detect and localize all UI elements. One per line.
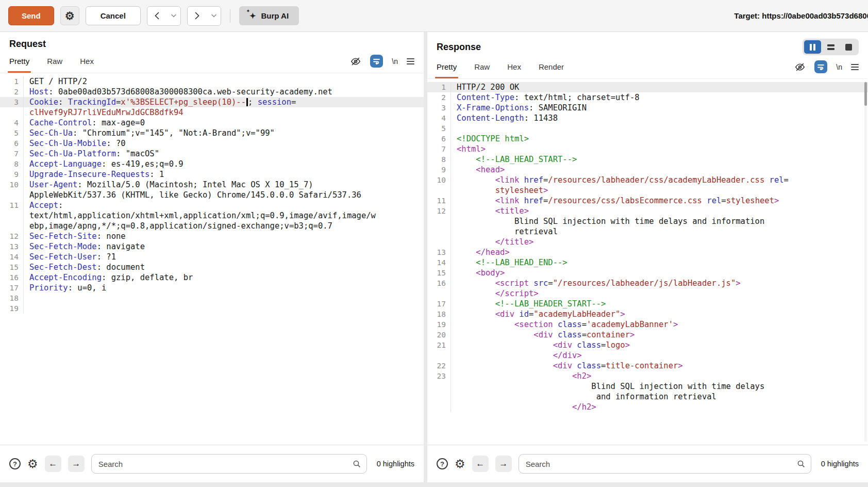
code-line[interactable]: 9 <head> bbox=[427, 165, 868, 175]
next-match-button[interactable]: → bbox=[495, 456, 512, 472]
editor-menu-button[interactable] bbox=[851, 64, 859, 70]
code-line[interactable]: 5 bbox=[427, 123, 868, 134]
code-line[interactable]: 6<!DOCTYPE html> bbox=[427, 134, 868, 144]
pane-splitter[interactable] bbox=[424, 32, 427, 482]
code-line[interactable]: 1GET / HTTP/2 bbox=[0, 76, 424, 87]
code-line[interactable]: 22 <div class=title-container> bbox=[427, 361, 868, 371]
code-line[interactable]: 7<html> bbox=[427, 144, 868, 154]
code-line[interactable]: </script> bbox=[427, 288, 868, 299]
code-line[interactable]: 16 <script src="/resources/labheader/js/… bbox=[427, 278, 868, 288]
code-line[interactable]: 19 bbox=[0, 303, 424, 314]
code-line[interactable]: 14Sec-Fetch-User: ?1 bbox=[0, 252, 424, 262]
code-line[interactable]: Blind SQL injection with time delays bbox=[427, 381, 868, 392]
newline-toggle[interactable]: \n bbox=[392, 57, 398, 66]
code-line[interactable]: 11Accept: bbox=[0, 200, 424, 210]
scrollbar-thumb[interactable] bbox=[864, 82, 867, 106]
code-line[interactable]: 16Accept-Encoding: gzip, deflate, br bbox=[0, 272, 424, 283]
search-help-button[interactable]: ? bbox=[9, 458, 21, 469]
code-line[interactable]: 17 <!--LAB_HEADER_START--> bbox=[427, 299, 868, 309]
prev-match-button[interactable]: ← bbox=[45, 456, 61, 472]
code-line[interactable]: 2Content-Type: text/html; charset=utf-8 bbox=[427, 92, 868, 103]
search-input[interactable] bbox=[91, 454, 367, 474]
editor-menu-button[interactable] bbox=[407, 58, 414, 64]
code-line[interactable]: 23 <h2> bbox=[427, 371, 868, 381]
code-line[interactable]: 15Sec-Fetch-Dest: document bbox=[0, 262, 424, 272]
code-line[interactable]: AppleWebKit/537.36 (KHTML, like Gecko) C… bbox=[0, 190, 424, 200]
back-history-dropdown[interactable] bbox=[167, 7, 180, 25]
code-line[interactable]: 12 <title> bbox=[427, 206, 868, 216]
search-settings-button[interactable]: ⚙ bbox=[27, 458, 38, 470]
code-line[interactable]: 14 <!--LAB_HEAD_END--> bbox=[427, 257, 868, 268]
forward-history-dropdown[interactable] bbox=[207, 7, 221, 25]
request-response-split: Request Pretty Raw Hex \ bbox=[0, 32, 868, 482]
line-number: 14 bbox=[0, 252, 24, 262]
tab-raw[interactable]: Raw bbox=[47, 50, 62, 73]
back-button-group bbox=[147, 6, 181, 26]
code-line[interactable]: 3X-Frame-Options: SAMEORIGIN bbox=[427, 103, 868, 113]
code-line[interactable]: 1HTTP/2 200 OK bbox=[427, 82, 868, 92]
code-line[interactable]: 7Sec-Ch-Ua-Platform: "macOS" bbox=[0, 149, 424, 159]
code-line[interactable]: 8Accept-Language: es-419,es;q=0.9 bbox=[0, 159, 424, 169]
back-button[interactable] bbox=[147, 7, 167, 25]
code-line[interactable]: stylesheet> bbox=[427, 185, 868, 196]
code-line[interactable]: 11 <link href=/resources/css/labsEcommer… bbox=[427, 196, 868, 206]
code-line[interactable]: </h2> bbox=[427, 402, 868, 412]
read-only-button[interactable] bbox=[350, 56, 361, 67]
code-line[interactable]: 8 <!--LAB_HEAD_START--> bbox=[427, 154, 868, 165]
code-line[interactable]: Blind SQL injection with time delays and… bbox=[427, 216, 868, 226]
prev-match-button[interactable]: ← bbox=[472, 456, 489, 472]
layout-rows-button[interactable] bbox=[822, 40, 839, 54]
code-line[interactable]: ebp,image/apng,*/*;q=0.8,application/sig… bbox=[0, 221, 424, 231]
next-match-button[interactable]: → bbox=[68, 456, 85, 472]
soft-wrap-button[interactable] bbox=[814, 60, 827, 73]
soft-wrap-button[interactable] bbox=[370, 55, 383, 68]
code-line[interactable]: retrieval bbox=[427, 226, 868, 237]
code-line[interactable]: 10User-Agent: Mozilla/5.0 (Macintosh; In… bbox=[0, 180, 424, 190]
code-line[interactable]: and information retrieval bbox=[427, 392, 868, 402]
tab-pretty[interactable]: Pretty bbox=[437, 55, 457, 78]
send-settings-button[interactable]: ⚙ bbox=[60, 6, 79, 25]
code-line[interactable]: 13Sec-Fetch-Mode: navigate bbox=[0, 241, 424, 252]
line-number bbox=[427, 237, 451, 247]
code-line[interactable]: 4Content-Length: 11438 bbox=[427, 113, 868, 123]
code-line[interactable]: </title> bbox=[427, 237, 868, 247]
scrollbar-track[interactable] bbox=[864, 82, 867, 442]
layout-columns-button[interactable] bbox=[804, 40, 821, 54]
search-input[interactable] bbox=[519, 454, 811, 474]
layout-single-button[interactable] bbox=[840, 40, 857, 54]
code-line[interactable]: 20 <div class=container> bbox=[427, 330, 868, 340]
code-line[interactable]: 18 <div id="academyLabHeader"> bbox=[427, 309, 868, 319]
code-line[interactable]: 6Sec-Ch-Ua-Mobile: ?0 bbox=[0, 138, 424, 149]
tab-hex[interactable]: Hex bbox=[507, 55, 521, 78]
code-line[interactable]: 3Cookie: TrackingId=x'%3BSELECT+pg_sleep… bbox=[0, 97, 424, 107]
code-line[interactable]: 12Sec-Fetch-Site: none bbox=[0, 231, 424, 241]
code-line[interactable]: 10 <link href=/resources/labheader/css/a… bbox=[427, 175, 868, 185]
search-settings-button[interactable]: ⚙ bbox=[455, 458, 465, 470]
request-editor[interactable]: 1GET / HTTP/22Host: 0abe00ad03b573d68008… bbox=[0, 73, 424, 445]
cancel-button[interactable]: Cancel bbox=[86, 6, 141, 25]
tab-pretty[interactable]: Pretty bbox=[9, 50, 29, 73]
code-line[interactable]: 17Priority: u=0, i bbox=[0, 283, 424, 293]
tab-render[interactable]: Render bbox=[539, 55, 564, 78]
code-line[interactable]: 19 <section class='academyLabBanner'> bbox=[427, 319, 868, 330]
search-help-button[interactable]: ? bbox=[437, 458, 448, 469]
code-line[interactable]: 4Cache-Control: max-age=0 bbox=[0, 118, 424, 128]
read-only-button[interactable] bbox=[794, 61, 806, 73]
response-editor[interactable]: 1HTTP/2 200 OK2Content-Type: text/html; … bbox=[427, 79, 868, 445]
burp-ai-button[interactable]: ✦✦ Burp AI bbox=[239, 6, 299, 25]
code-line[interactable]: 21 <div class=logo> bbox=[427, 340, 868, 350]
code-line[interactable]: 15 <body> bbox=[427, 268, 868, 278]
tab-hex[interactable]: Hex bbox=[80, 50, 94, 73]
code-line[interactable]: text/html,application/xhtml+xml,applicat… bbox=[0, 210, 424, 221]
code-line[interactable]: 2Host: 0abe00ad03b573d68008a300008300ca.… bbox=[0, 87, 424, 97]
forward-button[interactable] bbox=[188, 7, 207, 25]
send-button[interactable]: Send bbox=[8, 6, 54, 25]
newline-toggle[interactable]: \n bbox=[836, 63, 842, 71]
code-line[interactable]: 13 </head> bbox=[427, 247, 868, 257]
code-line[interactable]: 5Sec-Ch-Ua: "Chromium";v="145", "Not:A-B… bbox=[0, 128, 424, 138]
code-line[interactable]: 9Upgrade-Insecure-Requests: 1 bbox=[0, 169, 424, 180]
code-line[interactable]: </div> bbox=[427, 350, 868, 361]
code-line[interactable]: 18 bbox=[0, 293, 424, 303]
tab-raw[interactable]: Raw bbox=[474, 55, 490, 78]
code-line[interactable]: clHvef9yRJ7rliVEduMrwJdGCB8dfk94 bbox=[0, 107, 424, 118]
